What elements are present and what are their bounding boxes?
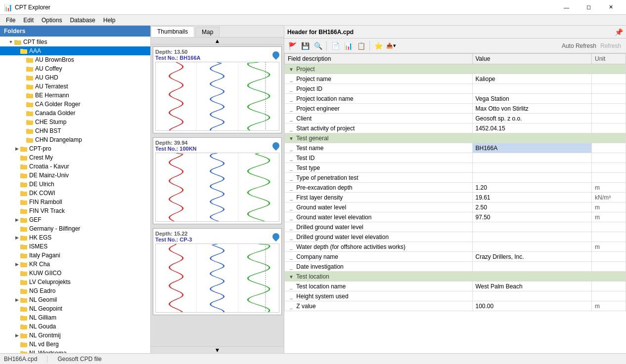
copy-button[interactable]: 📋 <box>355 40 367 52</box>
table-cell-unit <box>592 94 626 104</box>
tree-item[interactable]: NL Wiertsema <box>0 349 150 353</box>
export-button[interactable]: 📤▾ <box>385 40 397 52</box>
table-cell-value[interactable] <box>472 163 592 173</box>
star-button[interactable]: ⭐ <box>372 40 384 52</box>
tree-item[interactable]: KUW GIICO <box>0 269 150 278</box>
tree-item[interactable]: CHE Stump <box>0 118 150 126</box>
tree-item[interactable]: AU Terratest <box>0 82 150 91</box>
table-cell-value[interactable]: Geosoft sp. z o.o. <box>472 114 592 123</box>
tree-item[interactable]: FIN Ramboll <box>0 198 150 206</box>
table-cell-value[interactable]: West Palm Beach <box>472 282 592 291</box>
table-cell-value[interactable]: 19.61 <box>472 193 592 202</box>
section-label[interactable]: ▼ Test general <box>285 133 626 143</box>
table-cell-value[interactable] <box>472 153 592 163</box>
thumbnail-card[interactable]: Depth: 13.50Test No.: BH166A <box>153 46 282 133</box>
data-table-container[interactable]: Field description Value Unit ▼ Project⎯ … <box>284 53 626 353</box>
tree-item[interactable]: Croatia - Kavur <box>0 162 150 171</box>
tree-item[interactable]: DE Ulrich <box>0 180 150 189</box>
tree-item[interactable]: Italy Pagani <box>0 251 150 260</box>
tree-item[interactable]: Crest My <box>0 153 150 162</box>
tab-map[interactable]: Map <box>195 27 220 37</box>
tree-item-label: BE Hermann <box>35 92 150 99</box>
svg-rect-61 <box>20 307 23 308</box>
table-cell-value[interactable] <box>472 291 592 301</box>
table-cell-value[interactable]: Kaliope <box>472 74 592 84</box>
tree-item[interactable]: Canada Golder <box>0 109 150 118</box>
menu-database[interactable]: Database <box>66 16 99 25</box>
table-cell-value[interactable] <box>472 232 592 242</box>
tree-item[interactable]: ▶GEF <box>0 215 150 224</box>
table-cell-value[interactable]: Crazy Drillers, Inc. <box>472 252 592 262</box>
tree-item[interactable]: ▶HK EGS <box>0 233 150 242</box>
table-cell-value[interactable] <box>472 242 592 252</box>
menu-file[interactable]: File <box>2 16 19 25</box>
tree-item[interactable]: ▶NL Grontmij <box>0 331 150 340</box>
tree-item[interactable]: Germany - Bilfinger <box>0 224 150 233</box>
table-cell-value[interactable]: 97.50 <box>472 212 592 222</box>
tree-item[interactable]: ▶NL Geomil <box>0 295 150 304</box>
table-cell-value[interactable] <box>472 222 592 232</box>
table-cell-value[interactable]: BH166A <box>472 143 592 153</box>
row-expand-icon: ⎯ <box>288 254 295 260</box>
tree-item-label: Germany - Bilfinger <box>29 225 150 232</box>
tree-item[interactable]: ▶KR Cha <box>0 260 150 269</box>
section-label[interactable]: ▼ Test location <box>285 272 626 282</box>
table-cell-value[interactable]: 1452.04.15 <box>472 123 592 133</box>
save-button[interactable]: 💾 <box>299 40 311 52</box>
table-cell-value[interactable] <box>472 173 592 183</box>
thumbnail-card[interactable]: Depth: 15.22Test No.: CP-3 <box>153 228 282 315</box>
menu-edit[interactable]: Edit <box>19 16 38 25</box>
scroll-up-btn[interactable]: ▲ <box>151 38 284 44</box>
folders-header: Folders <box>0 26 150 37</box>
menu-options[interactable]: Options <box>38 16 66 25</box>
tree-item[interactable]: DE Mainz-Univ <box>0 171 150 180</box>
menu-help[interactable]: Help <box>99 16 120 25</box>
table-cell-value[interactable] <box>472 262 592 272</box>
tree-item[interactable]: ISMES <box>0 242 150 251</box>
tree-item[interactable]: AU GHD <box>0 73 150 82</box>
table-cell-value[interactable]: Vega Station <box>472 94 592 104</box>
thumbnails-content[interactable]: Depth: 13.50Test No.: BH166ADepth: 39.94… <box>151 44 284 346</box>
thumbnail-card[interactable]: Depth: 39.94Test No.: 100KN <box>153 137 282 224</box>
section-collapse-icon[interactable]: ▼ <box>288 67 295 72</box>
tree-item[interactable]: NL Gouda <box>0 322 150 331</box>
table-cell-value[interactable]: 2.50 <box>472 202 592 212</box>
tree-item[interactable]: AU Coffey <box>0 64 150 73</box>
close-button[interactable]: ✕ <box>600 0 622 15</box>
tree-item[interactable]: AAA <box>0 46 150 55</box>
table-cell-value[interactable]: 1.20 <box>472 183 592 193</box>
tab-thumbnails[interactable]: Thumbnails <box>151 26 194 37</box>
pin-icon[interactable]: 📌 <box>615 28 623 36</box>
folders-tree[interactable]: ▼CPT filesAAAAU BrownBrosAU CoffeyAU GHD… <box>0 37 150 353</box>
section-collapse-icon[interactable]: ▼ <box>288 136 295 141</box>
maximize-button[interactable]: ◻ <box>578 0 600 15</box>
search-button[interactable]: 🔍 <box>312 40 324 52</box>
table-cell-value[interactable]: Max Otto von Stirlitz <box>472 104 592 114</box>
scroll-down-btn[interactable]: ▼ <box>151 346 284 353</box>
section-label[interactable]: ▼ Project <box>285 64 626 74</box>
tree-item[interactable]: LV Celuprojekts <box>0 278 150 286</box>
tree-item[interactable]: NL Gilliam <box>0 313 150 322</box>
tree-item[interactable]: CA Golder Roger <box>0 100 150 109</box>
tree-item[interactable]: FIN VR Track <box>0 206 150 215</box>
tree-item[interactable]: AU BrownBros <box>0 55 150 64</box>
tree-item[interactable]: DK COWI <box>0 189 150 198</box>
table-cell-value[interactable] <box>472 84 592 94</box>
tree-item[interactable]: BE Hermann <box>0 91 150 100</box>
table-cell-value[interactable]: 100.00 <box>472 301 592 311</box>
status-type: Geosoft CPD file <box>57 356 101 363</box>
table-button[interactable]: 📊 <box>342 40 354 52</box>
folder-icon <box>26 65 34 72</box>
tree-item[interactable]: ▶CPT-pro <box>0 144 150 153</box>
tree-item[interactable]: NL vd Berg <box>0 340 150 349</box>
tree-item[interactable]: NG Eadro <box>0 286 150 295</box>
refresh-button[interactable]: Refresh <box>597 41 624 50</box>
section-collapse-icon[interactable]: ▼ <box>288 274 295 280</box>
document-button[interactable]: 📄 <box>329 40 341 52</box>
tree-item[interactable]: CHN BST <box>0 126 150 135</box>
tree-item[interactable]: CHN Drangelamp <box>0 135 150 144</box>
flag-button[interactable]: 🚩 <box>286 40 298 52</box>
tree-item[interactable]: ▼CPT files <box>0 38 150 46</box>
minimize-button[interactable]: ― <box>555 0 578 15</box>
tree-item[interactable]: NL Geopoint <box>0 304 150 313</box>
